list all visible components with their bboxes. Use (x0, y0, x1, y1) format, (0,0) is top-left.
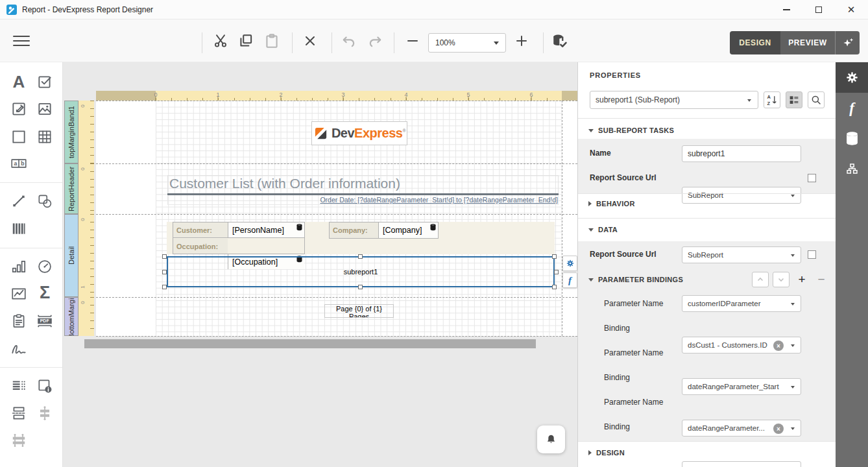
redo-button[interactable] (365, 29, 385, 53)
category-view-button[interactable] (786, 91, 802, 108)
band-tab-reportheader[interactable]: ReportHeader (64, 163, 78, 214)
checkbox-control-icon[interactable] (34, 71, 56, 93)
table-control-icon[interactable] (34, 126, 56, 148)
character-comb-control-icon[interactable]: ab (8, 152, 30, 174)
right-margin-boundary[interactable] (562, 101, 562, 336)
chart-control-icon[interactable] (8, 256, 30, 278)
smart-tag-tasks-button[interactable] (562, 256, 577, 271)
ai-assistant-button[interactable] (836, 31, 860, 54)
section-sub-report-tasks[interactable]: SUB-REPORT TASKS (588, 126, 674, 134)
search-properties-button[interactable] (808, 91, 825, 108)
order-date-label[interactable]: Order Date: [?dateRangeParameter_Start!d… (167, 196, 559, 205)
clear-binding-button[interactable]: × (773, 341, 784, 351)
customer-table[interactable]: Customer: [PersonName] Occupation: [Occu… (173, 222, 305, 254)
subreport-control[interactable]: subreport1 (167, 256, 555, 287)
dock-expressions-button[interactable]: f (836, 93, 868, 123)
cut-button[interactable] (211, 29, 230, 53)
move-binding-down-button[interactable] (773, 272, 790, 287)
undo-button[interactable] (339, 29, 359, 53)
delete-button[interactable] (300, 29, 320, 53)
panel-control-icon[interactable] (8, 126, 30, 148)
page-break-control-icon[interactable] (8, 402, 30, 424)
zoom-select[interactable]: 100% (428, 33, 506, 53)
band-boundary[interactable] (96, 336, 577, 337)
band-tab-detail[interactable]: Detail (64, 214, 78, 297)
picture-control-icon[interactable] (34, 98, 56, 120)
line-control-icon[interactable] (8, 190, 30, 212)
horizontal-scrollbar[interactable] (84, 339, 536, 348)
binding-row-select[interactable]: dateRangeParameter...× (682, 420, 801, 437)
logo-picture-box[interactable]: DevExpress® (311, 121, 407, 145)
band-boundary[interactable] (96, 297, 577, 298)
detail-report-band-icon[interactable] (8, 375, 30, 397)
label-control-icon[interactable]: A (8, 71, 30, 93)
zoom-in-button[interactable] (512, 29, 531, 53)
occupation-label-cell[interactable]: Occupation: (173, 239, 228, 254)
page-info-control[interactable]: Page {0} of {1} Pages (324, 304, 394, 318)
dock-properties-button[interactable] (836, 62, 868, 93)
remove-binding-button[interactable]: − (813, 271, 830, 288)
menu-button[interactable] (12, 29, 31, 53)
control-selector[interactable]: subreport1 (Sub-Report) (590, 91, 758, 109)
shape-control-icon[interactable] (34, 190, 56, 212)
page-info-control-icon[interactable] (34, 375, 56, 397)
company-table[interactable]: Company: [Company] (329, 222, 439, 239)
section-data[interactable]: DATA (588, 226, 618, 234)
tab-design[interactable]: DESIGN (730, 31, 780, 54)
company-field-cell[interactable]: [Company] (378, 222, 438, 238)
resize-handle-s[interactable] (358, 285, 363, 289)
report-source-url-checkbox[interactable] (808, 174, 816, 182)
add-binding-button[interactable]: + (793, 271, 810, 288)
binding-row-select[interactable]: customerIDParameter (682, 295, 801, 312)
sort-alphabetical-button[interactable]: AZ (764, 91, 780, 108)
name-input[interactable] (682, 145, 801, 162)
maximize-button[interactable] (804, 0, 834, 19)
personname-field-cell[interactable]: [PersonName] (228, 222, 304, 238)
smart-tag-expression-button[interactable]: f (562, 272, 577, 288)
band-boundary[interactable] (96, 163, 577, 164)
clear-binding-button[interactable]: × (773, 424, 784, 434)
band-tab-topmargin[interactable]: topMarginBand1 (64, 101, 78, 163)
binding-row-select[interactable]: dsCust1 - Customers.ID× (682, 337, 801, 353)
move-binding-up-button[interactable] (752, 272, 769, 287)
paste-button[interactable] (262, 29, 282, 53)
report-source-url-select[interactable]: SubReport (682, 187, 801, 204)
dock-report-explorer-button[interactable] (836, 154, 868, 184)
data-report-source-url-checkbox[interactable] (808, 250, 816, 259)
sparkline-control-icon[interactable] (8, 283, 30, 305)
copy-button[interactable] (236, 29, 256, 53)
section-behavior[interactable]: BEHAVIOR (588, 200, 635, 208)
band-boundary[interactable] (96, 101, 577, 101)
resize-handle-se[interactable] (552, 285, 557, 289)
richtext-control-icon[interactable] (8, 98, 30, 120)
binding-row-select[interactable]: dateRangeParameter_End (682, 461, 801, 467)
section-design[interactable]: DESIGN (588, 449, 625, 457)
binding-row-select[interactable]: dateRangeParameter_Start (682, 378, 801, 395)
company-label-cell[interactable]: Company: (330, 222, 378, 238)
data-report-source-url-select[interactable]: SubReport (682, 246, 801, 263)
customer-label-cell[interactable]: Customer: (173, 222, 228, 238)
section-parameter-bindings[interactable]: PARAMETER BINDINGS (588, 276, 683, 283)
report-title-label[interactable]: Customer List (with Order information) (167, 175, 559, 193)
resize-handle-e[interactable] (554, 270, 559, 274)
close-button[interactable]: ✕ (836, 0, 866, 19)
minimize-button[interactable] (771, 0, 801, 19)
resize-handle-ne[interactable] (552, 254, 557, 259)
resize-handle-nw[interactable] (162, 254, 167, 259)
notifications-button[interactable] (537, 425, 565, 453)
tab-preview[interactable]: PREVIEW (780, 31, 835, 54)
band-boundary[interactable] (96, 214, 577, 215)
table-of-contents-icon[interactable] (8, 429, 30, 451)
horizontal-ruler[interactable]: 0 1 2 3 4 5 6 (96, 91, 577, 101)
resize-handle-sw[interactable] (162, 285, 167, 289)
barcode-control-icon[interactable] (8, 217, 30, 239)
resize-handle-w[interactable] (162, 270, 167, 274)
gauge-control-icon[interactable] (34, 256, 56, 278)
signature-control-icon[interactable] (8, 337, 30, 359)
band-tab-bottommargin[interactable]: BottomMargin (64, 297, 78, 336)
validate-bindings-button[interactable] (549, 29, 569, 53)
summary-control-icon[interactable]: Σ (34, 281, 56, 304)
cross-band-line-icon[interactable] (34, 402, 56, 424)
dock-field-list-button[interactable] (836, 123, 868, 154)
pdf-content-icon[interactable]: PDF (34, 310, 56, 332)
